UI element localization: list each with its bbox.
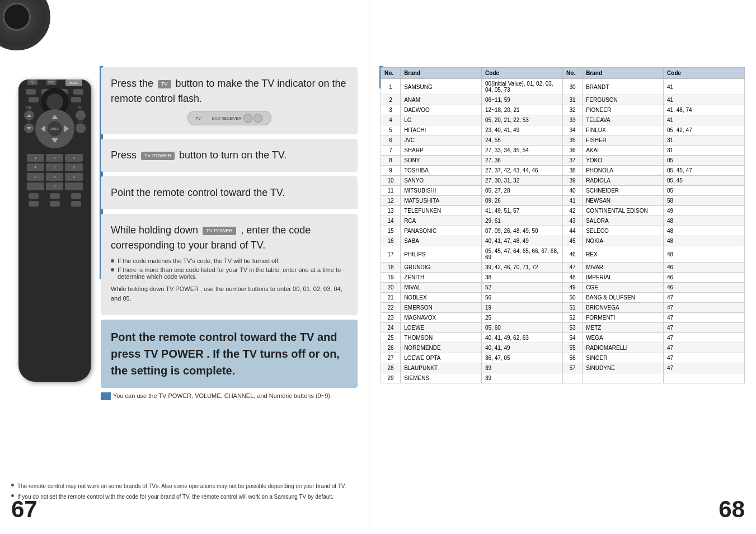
step1-text: Press the TV button to make the TV indic…: [111, 76, 348, 106]
table-cell-25-3: 55: [562, 343, 582, 353]
btn-num7: 7: [27, 173, 44, 181]
table-cell-20-4: BANG & OLUFSEN: [583, 293, 664, 303]
table-cell-25-2: 40, 41, 49: [482, 343, 563, 353]
table-row: 18GRUNDIG39, 42, 46, 70, 71, 7247MIVAR46: [381, 263, 745, 273]
table-cell-18-2: 38: [482, 273, 563, 283]
table-cell-3-3: 33: [562, 115, 582, 125]
table-cell-22-0: 23: [381, 313, 401, 323]
table-cell-10-1: MITSUBISHI: [401, 186, 482, 196]
table-cell-0-2: 00(Initial Value), 01, 02, 03, 04, 05, 7…: [482, 79, 563, 95]
tvpower-button-label: TV POWER: [141, 152, 175, 161]
th-no1: No.: [381, 68, 401, 79]
table-cell-27-1: BLAUPUNKT: [401, 363, 482, 373]
table-cell-13-1: RCA: [401, 216, 482, 226]
table-cell-20-0: 21: [381, 293, 401, 303]
nav-down-arrow: [51, 138, 58, 146]
nav-left-arrow: [37, 125, 45, 132]
step2-box: Press TV POWER button to turn on the TV.: [101, 139, 358, 172]
table-cell-2-4: PIONEER: [583, 105, 664, 115]
step4-text: While holding down TV POWER , enter the …: [111, 223, 348, 253]
table-cell-16-2: 05, 45, 47, 64, 65, 66, 67, 68, 69: [482, 246, 563, 263]
ch-up: [76, 110, 86, 120]
table-cell-7-5: 05: [664, 156, 745, 166]
table-cell-17-5: 46: [664, 263, 745, 273]
table-cell-1-3: 31: [562, 95, 582, 105]
step4-bullets: If the code matches the TV's code, the T…: [111, 257, 348, 280]
table-cell-12-2: 41, 49, 51, 57: [482, 206, 563, 216]
nav-right-arrow: [64, 125, 72, 132]
left-page: TV DVD MODE: [0, 0, 369, 534]
table-cell-28-5: [664, 373, 745, 383]
step5-note-area: You can use the TV POWER, VOLUME, CHANNE…: [101, 392, 358, 400]
table-cell-1-4: FERGUSON: [583, 95, 664, 105]
bottom-note1: The remote control may not work on some …: [11, 482, 358, 491]
table-cell-24-2: 40, 41, 49, 62, 63: [482, 333, 563, 343]
btn-num3: 3: [65, 154, 82, 162]
table-row: 20MIVAL5249CGE46: [381, 283, 745, 293]
table-body: 1SAMSUNG00(Initial Value), 01, 02, 03, 0…: [381, 79, 745, 383]
table-cell-21-0: 22: [381, 303, 401, 313]
table-row: 25THOMSON40, 41, 49, 62, 6354WEGA47: [381, 333, 745, 343]
table-cell-22-5: 47: [664, 313, 745, 323]
table-row: 9TOSHIBA27, 37, 42, 43, 44, 4638PHONOLA0…: [381, 166, 745, 176]
table-cell-5-5: 31: [664, 135, 745, 146]
table-cell-19-5: 46: [664, 283, 745, 293]
table-cell-8-1: TOSHIBA: [401, 166, 482, 176]
table-cell-20-2: 56: [482, 293, 563, 303]
vol-ch-area: VOL: [18, 106, 91, 152]
remote-btn-dvd: DVD: [46, 79, 57, 85]
table-row: 11MITSUBISHI05, 27, 2840SCHNEIDER05: [381, 186, 745, 196]
step2-text: Press TV POWER button to turn on the TV.: [111, 148, 348, 163]
table-cell-27-4: SINUDYNE: [583, 363, 664, 373]
table-cell-16-3: 46: [562, 246, 582, 263]
table-row: 23MAGNAVOX2552FORMENTI47: [381, 313, 745, 323]
th-no2: No.: [562, 68, 582, 79]
table-cell-26-4: SINGER: [583, 353, 664, 363]
table-cell-12-0: 13: [381, 206, 401, 216]
table-cell-26-1: LOEWE OPTA: [401, 353, 482, 363]
vol-down-arrow: [27, 127, 31, 130]
bullet1-text: If the code matches the TV's code, the T…: [118, 257, 280, 264]
table-cell-21-2: 19: [482, 303, 563, 313]
ch-mid: [78, 121, 83, 122]
table-row: 21NOBLEX5650BANG & OLUFSEN47: [381, 293, 745, 303]
table-cell-22-2: 25: [482, 313, 563, 323]
ch-label: CH: [78, 106, 82, 109]
table-cell-4-3: 34: [562, 125, 582, 135]
table-cell-24-4: WEGA: [583, 333, 664, 343]
table-cell-26-3: 56: [562, 353, 582, 363]
table-cell-1-5: 41: [664, 95, 745, 105]
table-cell-8-3: 38: [562, 166, 582, 176]
btn-num5: 5: [46, 163, 63, 171]
btn-nav1: [29, 97, 39, 102]
top-decoration: [0, 0, 50, 50]
step4-note: While holding down TV POWER , use the nu…: [111, 284, 348, 303]
table-cell-14-2: 07, 09, 26, 48, 49, 50: [482, 226, 563, 236]
steps-content: Press the TV button to make the TV indic…: [101, 67, 358, 489]
table-cell-15-3: 45: [562, 236, 582, 246]
note2-text: If you do not set the remote control wit…: [17, 493, 334, 502]
table-row: 2ANAM06~11, 5931FERGUSON41: [381, 95, 745, 105]
table-cell-6-5: 31: [664, 146, 745, 156]
table-cell-24-0: 25: [381, 333, 401, 343]
table-cell-9-0: 10: [381, 176, 401, 186]
table-cell-17-2: 39, 42, 46, 70, 71, 72: [482, 263, 563, 273]
table-cell-8-5: 05, 45, 47: [664, 166, 745, 176]
table-cell-25-5: 47: [664, 343, 745, 353]
table-cell-3-2: 05, 20, 21, 22, 53: [482, 115, 563, 125]
step4-bullet1: If the code matches the TV's code, the T…: [111, 257, 348, 264]
step5-box: Pont the remote control toward the TV an…: [101, 320, 358, 388]
table-cell-0-4: BRANDT: [583, 79, 664, 95]
table-cell-9-4: RADIOLA: [583, 176, 664, 186]
table-cell-11-1: MATSUSHITA: [401, 196, 482, 206]
remote-illustration: TV DVD MODE: [11, 73, 98, 397]
table-cell-28-3: [562, 373, 582, 383]
table-cell-18-4: IMPERIAL: [583, 273, 664, 283]
table-cell-2-1: DAEWOO: [401, 105, 482, 115]
table-cell-3-4: TELEAVA: [583, 115, 664, 125]
bullet2-text: If there is more than one code listed fo…: [118, 266, 348, 280]
receiver-img: TV DVD RECEIVER: [187, 111, 271, 125]
blue-square-icon: [101, 392, 111, 400]
right-page: No. Brand Code No. Brand Code 1SAMSUNG00…: [369, 0, 756, 534]
table-cell-14-4: SELECO: [583, 226, 664, 236]
